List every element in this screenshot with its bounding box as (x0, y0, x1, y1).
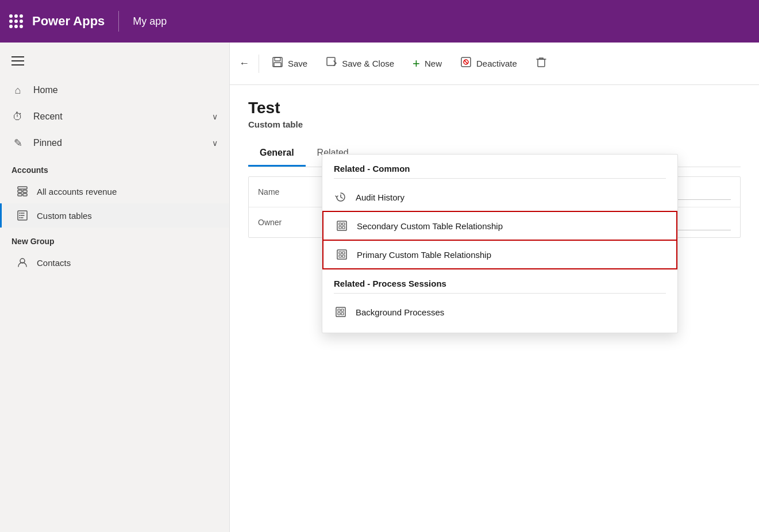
tab-general[interactable]: General (248, 141, 306, 167)
secondary-custom-label: Secondary Custom Table Relationship (357, 221, 503, 231)
main-layout: ⌂ Home ⏱ Recent ∨ ✎ Pinned ∨ Accounts (0, 43, 759, 532)
dropdown-divider-2 (334, 293, 666, 294)
header-divider (118, 11, 119, 32)
all-accounts-revenue-label: All accounts revenue (37, 187, 117, 196)
table-icon (16, 185, 29, 198)
audit-history-label: Audit History (356, 192, 404, 202)
svg-rect-3 (18, 194, 22, 196)
sidebar-item-all-accounts-revenue[interactable]: All accounts revenue (0, 179, 229, 203)
save-button[interactable]: Save (264, 52, 315, 75)
custom-table-icon-3 (335, 248, 349, 261)
deactivate-label: Deactivate (476, 59, 517, 68)
sidebar-recent-label: Recent (33, 111, 203, 122)
svg-rect-31 (338, 313, 340, 315)
sidebar-item-pinned[interactable]: ✎ Pinned ∨ (0, 130, 229, 156)
toolbar-separator (259, 55, 259, 73)
brand-label: Power Apps (32, 14, 105, 29)
dropdown-divider-1 (334, 178, 666, 179)
svg-rect-17 (538, 59, 545, 67)
sidebar-item-contacts[interactable]: Contacts (0, 250, 229, 275)
svg-rect-0 (18, 187, 27, 189)
background-processes-icon (334, 305, 348, 319)
top-header: Power Apps My app (0, 0, 759, 43)
person-icon (16, 256, 29, 269)
svg-rect-12 (274, 63, 281, 67)
contacts-label: Contacts (37, 258, 71, 268)
sidebar-item-recent[interactable]: ⏱ Recent ∨ (0, 103, 229, 130)
svg-rect-25 (342, 252, 345, 254)
save-icon (272, 56, 283, 71)
related-dropdown: Related - Common Audit History (322, 154, 678, 333)
toolbar: ← Save (230, 43, 759, 85)
save-label: Save (288, 59, 307, 68)
app-grid-icon[interactable] (9, 14, 23, 28)
svg-rect-13 (327, 57, 335, 65)
save-close-label: Save & Close (342, 59, 394, 68)
trash-icon (535, 56, 547, 71)
sidebar-home-label: Home (33, 85, 218, 95)
save-close-icon (326, 56, 337, 71)
svg-rect-26 (339, 255, 341, 257)
dropdown-item-primary-custom[interactable]: Primary Custom Table Relationship (322, 241, 677, 269)
custom-tables-label: Custom tables (37, 211, 92, 221)
svg-rect-23 (337, 250, 346, 259)
record-subtitle: Custom table (248, 119, 741, 129)
svg-rect-18 (337, 221, 346, 230)
back-button[interactable]: ← (234, 53, 254, 74)
svg-line-16 (464, 60, 468, 64)
form-label-name: Name (258, 187, 327, 196)
new-plus-icon: + (413, 56, 420, 71)
svg-point-7 (19, 215, 20, 216)
home-icon: ⌂ (11, 84, 24, 97)
background-processes-label: Background Processes (356, 307, 444, 317)
new-label: New (425, 59, 442, 68)
custom-table-icon-2 (335, 219, 349, 233)
svg-point-6 (19, 213, 20, 214)
dropdown-bottom-space (322, 326, 677, 333)
svg-rect-28 (336, 307, 345, 317)
sidebar-item-custom-tables[interactable]: Custom tables (0, 203, 229, 228)
pin-icon: ✎ (11, 137, 24, 149)
dropdown-item-secondary-custom[interactable]: Secondary Custom Table Relationship (322, 211, 677, 241)
svg-rect-30 (341, 309, 344, 311)
sidebar-hamburger[interactable] (0, 52, 229, 77)
history-icon (334, 190, 348, 204)
svg-rect-4 (23, 194, 27, 196)
svg-rect-2 (23, 190, 27, 192)
svg-point-8 (19, 217, 20, 218)
app-name-label: My app (133, 16, 167, 28)
primary-custom-label: Primary Custom Table Relationship (357, 250, 491, 260)
deactivate-button[interactable]: Deactivate (452, 52, 525, 75)
svg-rect-1 (18, 190, 22, 192)
svg-rect-27 (342, 255, 345, 257)
page-content: Test Custom table General Related Name O… (230, 85, 759, 532)
chevron-down-icon: ∨ (212, 112, 218, 121)
tab-general-label: General (260, 148, 294, 157)
svg-rect-32 (341, 313, 344, 315)
svg-rect-22 (342, 226, 345, 229)
dropdown-item-background-processes[interactable]: Background Processes (322, 298, 677, 326)
dropdown-section-title-process: Related - Process Sessions (322, 269, 677, 293)
save-close-button[interactable]: Save & Close (318, 52, 402, 75)
accounts-section-label: Accounts (0, 156, 229, 179)
chevron-down-icon: ∨ (212, 138, 218, 148)
recent-icon: ⏱ (11, 110, 24, 123)
svg-rect-20 (342, 223, 345, 225)
deactivate-icon (460, 56, 472, 71)
sidebar-pinned-label: Pinned (33, 138, 203, 148)
new-group-section-label: New Group (0, 228, 229, 250)
dropdown-item-audit-history[interactable]: Audit History (322, 183, 677, 211)
svg-rect-29 (338, 309, 340, 311)
svg-rect-11 (275, 57, 280, 61)
svg-rect-19 (339, 223, 341, 225)
custom-table-icon (16, 209, 29, 222)
sidebar: ⌂ Home ⏱ Recent ∨ ✎ Pinned ∨ Accounts (0, 43, 230, 532)
right-content: ← Save (230, 43, 759, 532)
svg-rect-24 (339, 252, 341, 254)
back-icon: ← (239, 57, 249, 70)
new-button[interactable]: + New (404, 52, 450, 76)
svg-rect-21 (339, 226, 341, 229)
sidebar-item-home[interactable]: ⌂ Home (0, 77, 229, 103)
delete-button[interactable] (527, 52, 555, 75)
dropdown-section-title-common: Related - Common (322, 155, 677, 178)
